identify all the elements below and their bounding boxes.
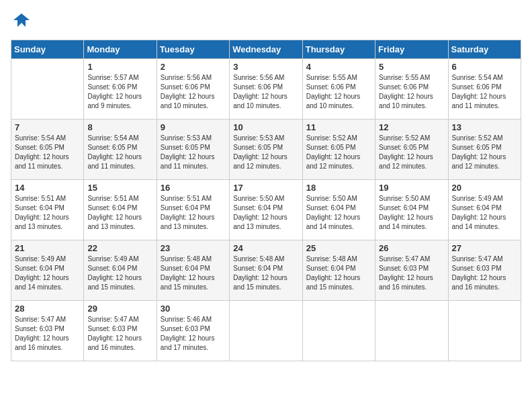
- day-number: 20: [452, 183, 517, 193]
- week-row-1: 1Sunrise: 5:57 AM Sunset: 6:06 PM Daylig…: [11, 58, 521, 119]
- day-detail: Sunrise: 5:53 AM Sunset: 6:05 PM Dayligh…: [233, 134, 298, 171]
- day-number: 18: [306, 183, 371, 193]
- day-number: 1: [87, 62, 152, 72]
- column-header-friday: Friday: [375, 40, 448, 58]
- day-detail: Sunrise: 5:48 AM Sunset: 6:04 PM Dayligh…: [161, 255, 226, 292]
- day-number: 21: [15, 243, 80, 253]
- day-number: 12: [379, 122, 444, 132]
- day-detail: Sunrise: 5:47 AM Sunset: 6:03 PM Dayligh…: [15, 315, 80, 353]
- day-number: 7: [15, 122, 80, 132]
- day-detail: Sunrise: 5:55 AM Sunset: 6:06 PM Dayligh…: [306, 73, 371, 111]
- calendar-cell: 3Sunrise: 5:56 AM Sunset: 6:06 PM Daylig…: [230, 58, 302, 119]
- calendar-cell: 13Sunrise: 5:52 AM Sunset: 6:05 PM Dayli…: [448, 119, 521, 179]
- day-number: 17: [233, 183, 298, 193]
- calendar-cell: 30Sunrise: 5:46 AM Sunset: 6:03 PM Dayli…: [157, 300, 229, 361]
- calendar-cell: 18Sunrise: 5:50 AM Sunset: 6:04 PM Dayli…: [302, 179, 375, 240]
- day-detail: Sunrise: 5:53 AM Sunset: 6:05 PM Dayligh…: [161, 134, 226, 171]
- column-header-tuesday: Tuesday: [157, 40, 229, 58]
- column-header-monday: Monday: [84, 40, 157, 58]
- day-detail: Sunrise: 5:57 AM Sunset: 6:06 PM Dayligh…: [87, 73, 152, 111]
- day-detail: Sunrise: 5:52 AM Sunset: 6:05 PM Dayligh…: [452, 134, 517, 171]
- calendar-cell: 25Sunrise: 5:48 AM Sunset: 6:04 PM Dayli…: [302, 240, 375, 300]
- day-detail: Sunrise: 5:47 AM Sunset: 6:03 PM Dayligh…: [87, 315, 152, 353]
- calendar-cell: 28Sunrise: 5:47 AM Sunset: 6:03 PM Dayli…: [11, 300, 84, 361]
- column-header-sunday: Sunday: [11, 40, 84, 58]
- day-number: 11: [306, 122, 371, 132]
- calendar-cell: 5Sunrise: 5:55 AM Sunset: 6:06 PM Daylig…: [375, 58, 448, 119]
- day-number: 15: [87, 183, 152, 193]
- week-row-3: 14Sunrise: 5:51 AM Sunset: 6:04 PM Dayli…: [11, 179, 521, 240]
- day-detail: Sunrise: 5:52 AM Sunset: 6:05 PM Dayligh…: [379, 134, 444, 171]
- week-row-4: 21Sunrise: 5:49 AM Sunset: 6:04 PM Dayli…: [11, 240, 521, 300]
- day-detail: Sunrise: 5:50 AM Sunset: 6:04 PM Dayligh…: [306, 194, 371, 232]
- day-number: 19: [379, 183, 444, 193]
- column-header-thursday: Thursday: [302, 40, 375, 58]
- logo-bird-icon: [12, 11, 31, 30]
- day-detail: Sunrise: 5:51 AM Sunset: 6:04 PM Dayligh…: [161, 194, 226, 232]
- calendar-cell: [302, 300, 375, 361]
- day-detail: Sunrise: 5:51 AM Sunset: 6:04 PM Dayligh…: [87, 194, 152, 232]
- calendar-cell: 26Sunrise: 5:47 AM Sunset: 6:03 PM Dayli…: [375, 240, 448, 300]
- day-detail: Sunrise: 5:56 AM Sunset: 6:06 PM Dayligh…: [161, 73, 226, 111]
- column-header-saturday: Saturday: [448, 40, 521, 58]
- day-number: 8: [87, 122, 152, 132]
- calendar-cell: 4Sunrise: 5:55 AM Sunset: 6:06 PM Daylig…: [302, 58, 375, 119]
- calendar-cell: [11, 58, 84, 119]
- calendar-cell: 21Sunrise: 5:49 AM Sunset: 6:04 PM Dayli…: [11, 240, 84, 300]
- day-number: 10: [233, 122, 298, 132]
- day-detail: Sunrise: 5:49 AM Sunset: 6:04 PM Dayligh…: [15, 255, 80, 292]
- calendar-cell: 11Sunrise: 5:52 AM Sunset: 6:05 PM Dayli…: [302, 119, 375, 179]
- day-detail: Sunrise: 5:48 AM Sunset: 6:04 PM Dayligh…: [233, 255, 298, 292]
- svg-marker-0: [13, 13, 30, 27]
- day-number: 5: [379, 62, 444, 72]
- day-detail: Sunrise: 5:47 AM Sunset: 6:03 PM Dayligh…: [379, 255, 444, 292]
- calendar-cell: [230, 300, 302, 361]
- day-number: 14: [15, 183, 80, 193]
- calendar-cell: 15Sunrise: 5:51 AM Sunset: 6:04 PM Dayli…: [84, 179, 157, 240]
- day-number: 13: [452, 122, 517, 132]
- logo: [11, 11, 31, 33]
- calendar-cell: 24Sunrise: 5:48 AM Sunset: 6:04 PM Dayli…: [230, 240, 302, 300]
- calendar-cell: 20Sunrise: 5:49 AM Sunset: 6:04 PM Dayli…: [448, 179, 521, 240]
- day-detail: Sunrise: 5:49 AM Sunset: 6:04 PM Dayligh…: [87, 255, 152, 292]
- day-number: 23: [161, 243, 226, 253]
- day-number: 28: [15, 304, 80, 314]
- header: [11, 11, 521, 33]
- calendar-cell: 17Sunrise: 5:50 AM Sunset: 6:04 PM Dayli…: [230, 179, 302, 240]
- day-detail: Sunrise: 5:54 AM Sunset: 6:06 PM Dayligh…: [452, 73, 517, 111]
- day-number: 3: [233, 62, 298, 72]
- day-number: 29: [87, 304, 152, 314]
- day-detail: Sunrise: 5:56 AM Sunset: 6:06 PM Dayligh…: [233, 73, 298, 111]
- day-number: 2: [161, 62, 226, 72]
- calendar-cell: 27Sunrise: 5:47 AM Sunset: 6:03 PM Dayli…: [448, 240, 521, 300]
- calendar-cell: 10Sunrise: 5:53 AM Sunset: 6:05 PM Dayli…: [230, 119, 302, 179]
- calendar-cell: 22Sunrise: 5:49 AM Sunset: 6:04 PM Dayli…: [84, 240, 157, 300]
- day-detail: Sunrise: 5:47 AM Sunset: 6:03 PM Dayligh…: [452, 255, 517, 292]
- header-row: SundayMondayTuesdayWednesdayThursdayFrid…: [11, 40, 521, 58]
- day-number: 24: [233, 243, 298, 253]
- calendar-cell: 6Sunrise: 5:54 AM Sunset: 6:06 PM Daylig…: [448, 58, 521, 119]
- calendar-cell: [448, 300, 521, 361]
- column-header-wednesday: Wednesday: [230, 40, 302, 58]
- calendar-cell: 7Sunrise: 5:54 AM Sunset: 6:05 PM Daylig…: [11, 119, 84, 179]
- calendar-cell: 1Sunrise: 5:57 AM Sunset: 6:06 PM Daylig…: [84, 58, 157, 119]
- calendar-cell: 9Sunrise: 5:53 AM Sunset: 6:05 PM Daylig…: [157, 119, 229, 179]
- calendar-cell: 19Sunrise: 5:50 AM Sunset: 6:04 PM Dayli…: [375, 179, 448, 240]
- day-detail: Sunrise: 5:55 AM Sunset: 6:06 PM Dayligh…: [379, 73, 444, 111]
- day-number: 27: [452, 243, 517, 253]
- day-detail: Sunrise: 5:52 AM Sunset: 6:05 PM Dayligh…: [306, 134, 371, 171]
- calendar-cell: 2Sunrise: 5:56 AM Sunset: 6:06 PM Daylig…: [157, 58, 229, 119]
- calendar-cell: [375, 300, 448, 361]
- day-number: 26: [379, 243, 444, 253]
- calendar-cell: 12Sunrise: 5:52 AM Sunset: 6:05 PM Dayli…: [375, 119, 448, 179]
- day-number: 9: [161, 122, 226, 132]
- day-detail: Sunrise: 5:51 AM Sunset: 6:04 PM Dayligh…: [15, 194, 80, 232]
- day-number: 4: [306, 62, 371, 72]
- calendar-cell: 14Sunrise: 5:51 AM Sunset: 6:04 PM Dayli…: [11, 179, 84, 240]
- calendar-cell: 16Sunrise: 5:51 AM Sunset: 6:04 PM Dayli…: [157, 179, 229, 240]
- day-detail: Sunrise: 5:48 AM Sunset: 6:04 PM Dayligh…: [306, 255, 371, 292]
- day-number: 6: [452, 62, 517, 72]
- day-detail: Sunrise: 5:49 AM Sunset: 6:04 PM Dayligh…: [452, 194, 517, 232]
- calendar-cell: 29Sunrise: 5:47 AM Sunset: 6:03 PM Dayli…: [84, 300, 157, 361]
- day-detail: Sunrise: 5:54 AM Sunset: 6:05 PM Dayligh…: [87, 134, 152, 171]
